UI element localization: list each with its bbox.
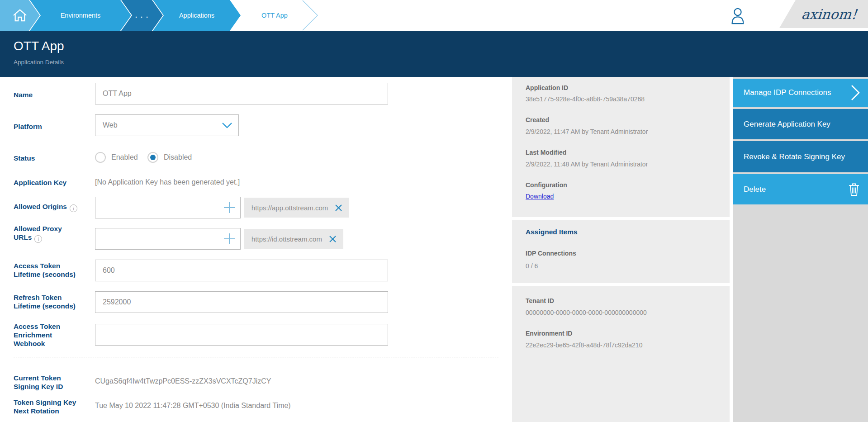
info-icon[interactable]: i [34,235,42,243]
last-modified-label: Last Modified [526,149,566,156]
remove-origin-button[interactable] [335,204,342,211]
allowed-proxy-urls-input[interactable] [95,228,218,249]
breadcrumb-chevron-outline-icon [301,0,319,31]
created-value: 2/9/2022, 11:47 AM by Tenant Administrat… [526,128,648,135]
download-link[interactable]: Download [526,193,554,200]
home-icon [12,8,28,23]
allowed-proxy-urls-addbox [95,228,241,250]
add-origin-button[interactable] [221,199,237,216]
action-label: Revoke & Rotate Signing Key [744,152,845,161]
allowed-origins-addbox [95,197,241,218]
breadcrumb-applications[interactable]: Applications [153,0,241,31]
close-icon [335,204,342,211]
access-token-lifetime-input[interactable] [95,260,388,281]
status-radio-disabled[interactable] [147,152,158,163]
brand-logo-block: axinom! [779,0,868,28]
origin-chip: https://app.ottstream.com [244,198,349,218]
environment-id-label: Environment ID [526,330,572,337]
allowed-origins-label: Allowed Originsi [14,202,81,212]
webhook-label: Access Token Enrichment Webhook [14,322,81,348]
refresh-token-lifetime-input[interactable] [95,291,388,313]
info-section-ids [512,286,730,422]
allowed-origins-input[interactable] [95,197,218,218]
manage-idp-connections-button[interactable]: Manage IDP Connections [733,79,868,107]
proxy-url-chip-text: https://id.ottstream.com [251,235,322,243]
origin-chip-text: https://app.ottstream.com [251,204,328,212]
page-title: OTT App [14,39,64,53]
platform-select[interactable]: Web [95,114,239,136]
close-icon [329,236,336,242]
configuration-label: Configuration [526,181,567,189]
application-id-label: Application ID [526,84,568,91]
topbar-divider [723,2,723,28]
section-divider [14,357,498,357]
status-radio-enabled-label: Enabled [111,153,138,161]
webhook-input[interactable] [95,324,388,346]
status-radio-disabled-label: Disabled [164,153,192,161]
created-label: Created [526,116,549,123]
allowed-proxy-urls-label: Allowed Proxy URLsi [14,224,81,243]
breadcrumb-label: Applications [179,12,214,19]
top-bar: Environments . . . Applications OTT App … [0,0,868,31]
page-subtitle: Application Details [14,59,64,66]
name-label: Name [14,90,81,99]
status-radio-enabled[interactable] [95,152,106,163]
next-rotation-value: Tue May 10 2022 11:47:28 GMT+0530 (India… [95,402,291,410]
last-modified-value: 2/9/2022, 11:48 AM by Tenant Administrat… [526,161,648,168]
trash-icon [848,183,860,196]
chevron-right-icon [851,85,860,101]
refresh-token-lifetime-label: Refresh Token Lifetime (seconds) [14,293,81,310]
application-id-value: 38e51775-928e-4f0c-a8b8-759a38a70268 [526,95,645,103]
assigned-items-title: Assigned Items [526,228,578,236]
info-icon[interactable]: i [70,204,77,212]
plus-icon [223,232,236,245]
add-proxy-url-button[interactable] [221,231,237,247]
status-label: Status [14,154,81,162]
action-label: Manage IDP Connections [744,88,831,97]
platform-label: Platform [14,122,81,131]
delete-button[interactable]: Delete [733,174,868,204]
next-rotation-label: Token Signing Key Next Rotation [14,398,81,415]
access-token-lifetime-label: Access Token Lifetime (seconds) [14,261,81,279]
application-key-label: Application Key [14,178,81,187]
user-menu-button[interactable] [727,5,748,26]
signing-key-id-value: CUgaS6qf4Iw4tTwzpPc0ESS-zzZX3sVCXTcZQ7Ji… [95,377,271,385]
breadcrumb-label: Environments [61,12,101,19]
chevron-down-icon [222,123,232,128]
proxy-url-chip: https://id.ottstream.com [244,229,343,249]
plus-icon [223,201,236,214]
user-icon [729,7,746,25]
remove-proxy-url-button[interactable] [329,236,336,242]
generate-application-key-button[interactable]: Generate Application Key [733,109,868,139]
tenant-id-label: Tenant ID [526,297,554,304]
name-input[interactable] [95,83,388,104]
action-label: Generate Application Key [744,120,830,129]
breadcrumb-label: . . . [135,12,149,19]
breadcrumb-current-page: OTT App [250,0,299,31]
environment-id-value: 22e2ec29-be65-42f8-a48d-78f7c92da210 [526,341,642,349]
idp-connections-label: IDP Connections [526,250,576,257]
action-label: Delete [744,185,766,194]
breadcrumb-label: OTT App [261,12,288,19]
platform-selected-value: Web [103,121,118,129]
tenant-id-value: 00000000-0000-0000-0000-000000000000 [526,309,647,316]
application-key-value: [No Application Key has been generated y… [95,178,240,186]
idp-connections-count: 0 / 6 [526,262,538,270]
allowed-origins-label-text: Allowed Origins [14,203,67,210]
revoke-rotate-signing-key-button[interactable]: Revoke & Rotate Signing Key [733,141,868,172]
breadcrumb-environments[interactable]: Environments [30,0,131,31]
brand-logo-text: axinom! [790,6,858,22]
signing-key-id-label: Current Token Signing Key ID [14,374,81,391]
page-header: OTT App Application Details [0,31,868,77]
